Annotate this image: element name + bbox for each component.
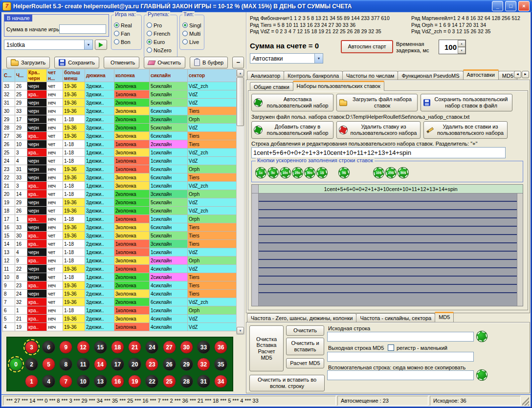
start-sum-input[interactable] [59, 24, 106, 34]
table-row[interactable]: 3033черннеч19-363дюжи..3колонка6сиклайнT… [3, 107, 236, 115]
clear-paste-aux-button[interactable]: Очистить и вставить во вспом. строку [249, 375, 325, 391]
delete-bet-button[interactable]: Удалить ставку из пользовательского набо… [336, 121, 421, 139]
board-number-30[interactable]: 30 [180, 341, 193, 354]
table-row[interactable]: 1530кра..чет19-363дюжи..3колонка5сиклайн… [3, 232, 236, 240]
table-row[interactable]: 1929черннеч19-363дюжи..2колонка5сиклайнV… [3, 198, 236, 207]
board-number-15[interactable]: 15 [94, 341, 107, 354]
bet-list-row[interactable] [259, 227, 517, 235]
close-button[interactable]: × [518, 1, 530, 11]
board-number-19[interactable]: 19 [128, 375, 141, 388]
bet-list-row[interactable] [259, 252, 517, 260]
chip-50c[interactable]: 50c [305, 168, 315, 178]
bet-list-row[interactable] [259, 235, 517, 243]
board-number-28[interactable]: 28 [180, 375, 193, 388]
save-bet-set-button[interactable]: Сохранить пользовательский набор ставок … [421, 94, 512, 111]
table-row[interactable]: 244чернчет1-181дюжи..1колонка1сиклайнVdZ [3, 157, 236, 165]
md5-clear-button[interactable]: Очистить [286, 325, 324, 336]
table-row[interactable]: 923кра..неч19-362дюжи..2колонка4сиклайнT… [3, 281, 236, 290]
sub-tab-0[interactable]: Общие ставки [250, 82, 293, 91]
radio-bon[interactable]: Bon [111, 38, 141, 46]
md5-all-in-one-button[interactable]: Очистка Вставка Расчет MD5 [249, 325, 284, 371]
board-number-18[interactable]: 18 [111, 341, 124, 354]
board-number-35[interactable]: 35 [214, 358, 227, 371]
chip-1$[interactable]: 1$ [317, 168, 327, 178]
aux-chip-button[interactable] [477, 370, 487, 380]
table-row[interactable]: 3326чернчет19-363дюжи..2колонка5сиклайнV… [3, 82, 236, 90]
table-row[interactable]: 129кра..неч1-181дюжи..3колонка2сиклайнOr… [3, 257, 236, 265]
table-row[interactable]: 1122чернчет19-362дюжи..1колонка4сиклайнV… [3, 265, 236, 273]
toolbar-load-button[interactable]: Загрузить [6, 57, 50, 68]
table-row[interactable]: 1826чернчет19-363дюжи..2колонка5сиклайнV… [3, 207, 236, 215]
chip-10c[interactable]: 10c [280, 168, 290, 178]
chip-25$[interactable]: 25$ [386, 168, 396, 178]
bottom-tab-0[interactable]: Частота - Zero, шансы, дюжины, колонки [247, 313, 356, 322]
play-button[interactable] [95, 40, 107, 50]
bet-list-row[interactable] [259, 285, 517, 293]
table-row[interactable]: 3129черннеч19-363дюжи..2колонка5сиклайнV… [3, 99, 236, 107]
board-number-7[interactable]: 7 [59, 375, 72, 388]
bet-list-scrollbar[interactable] [517, 193, 523, 306]
chevron-down-icon[interactable]: ▼ [314, 54, 323, 63]
radio-fan[interactable]: Fan [111, 29, 141, 38]
board-number-9[interactable]: 9 [59, 341, 72, 354]
bet-list-corner[interactable] [252, 185, 259, 193]
board-number-11[interactable]: 11 [77, 358, 90, 371]
bet-list-row[interactable] [259, 260, 517, 268]
table-row[interactable]: 2829черннеч19-363дюжи..2колонка5сиклайнV… [3, 124, 236, 132]
scrollbar-thumb[interactable] [237, 77, 244, 126]
bet-string-input[interactable] [251, 147, 506, 158]
bet-list-row[interactable] [259, 268, 517, 277]
table-row[interactable]: 134чернчет1-181дюжи..1колонка1сиклайнVdZ [3, 248, 236, 257]
board-number-29[interactable]: 29 [180, 358, 193, 371]
board-number-3[interactable]: 3 [25, 341, 38, 354]
table-row[interactable]: 61кра..неч1-181дюжи..1колонка1сиклайнOrp… [3, 306, 236, 315]
table-row[interactable]: 521кра..неч19-362дюжи..3колонка4сиклайнV… [3, 315, 236, 323]
board-number-34[interactable]: 34 [214, 375, 227, 388]
spinner-down-icon[interactable]: ▼ [458, 47, 466, 54]
aux-string-input[interactable] [327, 370, 474, 380]
tab-scroll-left-icon[interactable]: ◄ [514, 71, 521, 78]
board-number-27[interactable]: 27 [163, 341, 176, 354]
table-row[interactable]: 3225кра..неч19-363дюжи..1колонка5сиклайн… [3, 90, 236, 99]
radio-nozero[interactable]: NoZero [144, 46, 177, 54]
toolbar-clear-button[interactable]: Очистить [144, 57, 185, 68]
scroll-down-icon[interactable]: ▼ [237, 327, 244, 334]
board-number-4[interactable]: 4 [42, 375, 55, 388]
toolbar-undo-button[interactable]: Отменить [104, 57, 139, 68]
autobet-user-set-button[interactable]: Автоставка пользовательский набор [251, 94, 333, 111]
radio-real[interactable]: Real [111, 21, 141, 29]
radio-multi[interactable]: Multi [180, 29, 204, 38]
table-row[interactable]: 1633черннеч19-363дюжи..3колонка6сиклайнT… [3, 223, 236, 232]
slot-select[interactable]: 1slotka ▼ [4, 40, 93, 50]
bottom-tab-1[interactable]: Частота - сиклайны, сектора [356, 313, 435, 322]
chip-25c[interactable]: 25c [292, 168, 303, 178]
table-row[interactable]: 2917черннеч1-182дюжи..2колонка3сиклайнOr… [3, 115, 236, 124]
board-number-24[interactable]: 24 [145, 341, 158, 354]
minimize-button[interactable]: _ [492, 1, 503, 11]
table-row[interactable]: 171кра..неч1-181дюжи..1колонка1сиклайнOr… [3, 215, 236, 223]
board-number-1[interactable]: 1 [25, 375, 38, 388]
maximize-button[interactable]: □ [505, 1, 516, 11]
board-number-8[interactable]: 8 [59, 358, 72, 371]
board-number-0[interactable]: 0 [9, 358, 22, 371]
board-number-32[interactable]: 32 [197, 358, 210, 371]
board-number-17[interactable]: 17 [111, 358, 124, 371]
board-number-25[interactable]: 25 [163, 375, 176, 388]
main-tab-2[interactable]: Частоты по числам [342, 71, 398, 80]
board-number-33[interactable]: 33 [197, 341, 210, 354]
table-row[interactable]: 2331черннеч19-363дюжи..1колонка6сиклайнO… [3, 165, 236, 173]
md5-output-input[interactable] [327, 352, 474, 362]
sub-tab-1[interactable]: Наборы пользовательских ставок [293, 81, 384, 91]
chip-10$[interactable]: 10$ [374, 168, 384, 178]
table-row[interactable]: 824чернчет19-362дюжи..3колонка4сиклайнTi… [3, 290, 236, 298]
board-number-6[interactable]: 6 [42, 341, 55, 354]
board-number-14[interactable]: 14 [94, 358, 107, 371]
board-number-2[interactable]: 2 [25, 358, 38, 371]
board-number-26[interactable]: 26 [163, 358, 176, 371]
table-row[interactable]: 2014кра..чет1-182дюжи..2колонка3сиклайнO… [3, 190, 236, 198]
main-tab-0[interactable]: Анализатор [247, 71, 284, 80]
tab-scroll-right-icon[interactable]: ► [522, 71, 529, 78]
board-number-31[interactable]: 31 [197, 375, 210, 388]
source-string-input[interactable] [327, 332, 474, 342]
radio-pro[interactable]: Pro [144, 21, 177, 29]
